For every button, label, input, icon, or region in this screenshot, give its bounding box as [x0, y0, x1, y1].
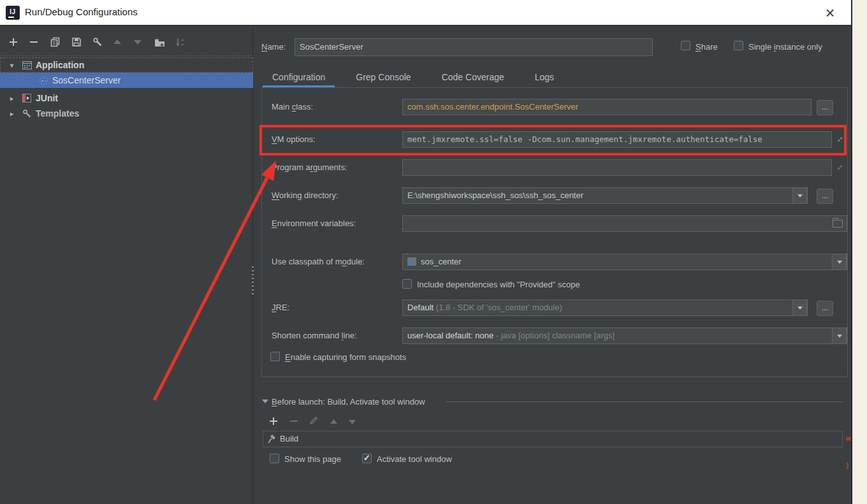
enable-snapshots-checkbox[interactable] — [270, 352, 280, 361]
name-input[interactable]: SosCenterServer — [295, 38, 653, 56]
add-icon[interactable] — [268, 415, 279, 427]
copy-icon[interactable] — [50, 36, 61, 48]
shorten-hint: - java [options] classname [args] — [496, 331, 615, 340]
tab-configuration[interactable]: Configuration — [263, 69, 335, 87]
dropdown-arrow-icon[interactable] — [792, 299, 807, 316]
close-icon[interactable]: × — [820, 3, 840, 22]
before-launch-task-row[interactable]: Build — [263, 431, 843, 447]
label-post: dule: — [347, 257, 365, 266]
dropdown-arrow-icon[interactable] — [792, 187, 807, 204]
tree-group-label: Templates — [36, 108, 79, 119]
label-post: hare — [701, 42, 718, 52]
label-pre: Use classpath of m — [272, 257, 342, 266]
tab-code-coverage[interactable]: Code Coverage — [432, 69, 514, 87]
vm-options-label: VM options: — [272, 134, 316, 144]
share-label[interactable]: Share — [696, 42, 718, 52]
dialog-title: Run/Debug Configurations — [25, 6, 138, 17]
expand-field-icon[interactable] — [834, 133, 845, 144]
main-class-input[interactable]: com.ssh.sos.center.endpoint.SosCenterSer… — [402, 99, 812, 115]
chevron-down-icon[interactable]: ▾ — [10, 62, 17, 69]
move-up-icon[interactable] — [328, 416, 339, 428]
label-post: nable capturing form snapshots — [291, 352, 406, 362]
activate-tool-window-checkbox[interactable] — [362, 454, 372, 463]
tree-group-application[interactable]: ▾ Application — [0, 57, 253, 73]
working-directory-browse-button[interactable]: ... — [817, 189, 833, 204]
enable-snapshots-label[interactable]: Enable capturing form snapshots — [285, 352, 406, 362]
browse-folder-icon[interactable] — [833, 220, 843, 227]
annotation-edge-mark: ≌ — [845, 435, 851, 443]
program-arguments-label: Program arguments: — [272, 162, 347, 172]
junit-icon — [22, 93, 32, 103]
working-directory-combobox[interactable]: E:\shengshiworkspace\ssh_sos\ssh_sos_cen… — [402, 187, 808, 204]
collapse-triangle-icon[interactable] — [262, 400, 268, 403]
tab-grep-console[interactable]: Grep Console — [346, 69, 420, 87]
single-instance-checkbox[interactable] — [734, 41, 743, 50]
module-icon — [407, 257, 416, 266]
environment-variables-input[interactable] — [402, 215, 847, 232]
sort-alphabetically-icon[interactable] — [174, 36, 186, 48]
chevron-right-icon[interactable]: ▸ — [10, 110, 17, 117]
include-provided-label[interactable]: Include dependencies with "Provided" sco… — [417, 280, 580, 289]
remove-icon[interactable] — [288, 415, 300, 427]
build-hammer-icon — [267, 434, 277, 444]
label-post: guments: — [313, 162, 347, 172]
configuration-tabs: Configuration Grep Console Code Coverage… — [263, 69, 564, 87]
use-classpath-combobox[interactable]: sos_center — [402, 254, 847, 270]
add-icon[interactable] — [8, 36, 19, 48]
label-pre: Program a — [272, 162, 310, 172]
jre-hint: (1.8 - SDK of 'sos_center' module) — [436, 303, 562, 312]
move-up-icon[interactable] — [112, 36, 123, 48]
main-class-browse-button[interactable]: ... — [817, 100, 833, 115]
new-folder-icon[interactable] — [154, 36, 165, 48]
label-pre: Shorten command — [272, 331, 342, 340]
label-post: nstance only — [776, 42, 822, 52]
single-instance-label[interactable]: Single instance only — [748, 42, 822, 52]
tab-logs[interactable]: Logs — [525, 69, 564, 87]
show-this-page-label[interactable]: Show this page — [284, 454, 341, 464]
label-mnemonic: E — [285, 352, 291, 362]
dialog-titlebar[interactable]: IJ Run/Debug Configurations × — [0, 0, 851, 26]
shorten-command-line-combobox[interactable]: user-local default: none - java [options… — [402, 328, 847, 344]
tree-group-templates[interactable]: ▸ Templates — [0, 106, 253, 121]
move-down-icon[interactable] — [346, 416, 358, 428]
edit-pencil-icon[interactable] — [307, 415, 319, 426]
tree-item-soscenterserver[interactable]: SosCenterServer — [0, 73, 253, 88]
tree-group-junit[interactable]: ▸ JUnit — [0, 90, 253, 106]
show-this-page-checkbox[interactable] — [270, 454, 279, 463]
share-checkbox[interactable] — [681, 41, 690, 50]
splitter-handle[interactable] — [252, 266, 254, 296]
activate-tool-window-label[interactable]: Activate tool window — [377, 454, 452, 464]
jre-value: Default — [407, 303, 433, 312]
label-mnemonic: B — [272, 397, 277, 407]
label-pre: Single — [748, 42, 774, 52]
dropdown-arrow-icon[interactable] — [832, 328, 847, 344]
jre-browse-button[interactable]: ... — [817, 301, 833, 316]
intellij-logo-icon: IJ — [6, 6, 20, 20]
jre-combobox[interactable]: Default (1.8 - SDK of 'sos_center' modul… — [402, 299, 808, 316]
remove-icon[interactable] — [28, 36, 40, 48]
dropdown-arrow-icon[interactable] — [832, 254, 847, 270]
label-post: ine: — [344, 331, 357, 340]
vm-options-input[interactable]: ment.jmxremote.ssl=false -Dcom.sun.manag… — [402, 131, 832, 148]
wrench-icon[interactable] — [92, 36, 103, 48]
use-classpath-label: Use classpath of module: — [272, 257, 365, 266]
section-divider — [446, 401, 843, 402]
name-label: Name: — [261, 42, 286, 52]
label-mnemonic: S — [696, 42, 701, 52]
before-launch-title[interactable]: Before launch: Build, Activate tool wind… — [272, 397, 425, 407]
program-arguments-input[interactable] — [402, 159, 832, 176]
module-name: sos_center — [421, 257, 462, 266]
label-post: M options: — [277, 134, 316, 144]
move-down-icon[interactable] — [132, 36, 143, 48]
chevron-right-icon[interactable]: ▸ — [10, 95, 17, 102]
label-post: efore launch: Build, Activate tool windo… — [277, 397, 425, 407]
label-mnemonic: V — [272, 134, 277, 144]
label-mnemonic: o — [342, 257, 347, 266]
expand-field-icon[interactable] — [834, 161, 845, 172]
label-post: RE: — [276, 303, 290, 312]
jre-label: JRE: — [272, 303, 289, 312]
save-icon[interactable] — [71, 36, 82, 48]
include-provided-checkbox[interactable] — [402, 279, 412, 289]
application-icon — [22, 60, 32, 70]
environment-variables-label: Environment variables: — [272, 219, 356, 228]
